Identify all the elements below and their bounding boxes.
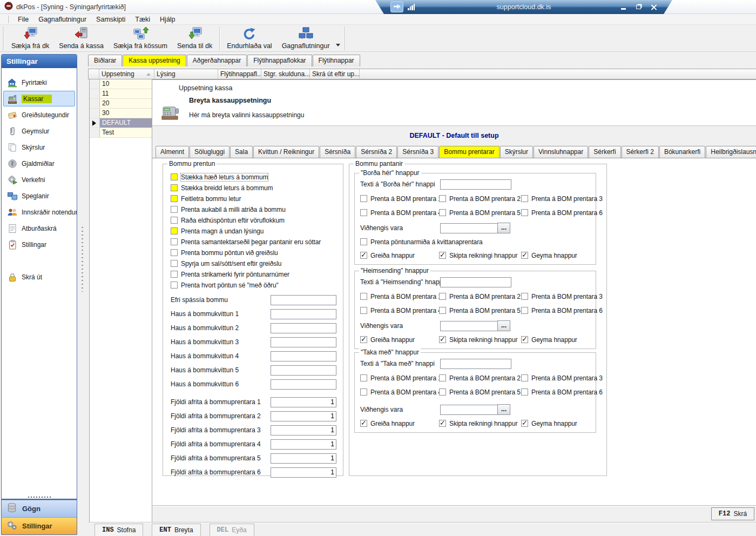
haus-5-input[interactable]: [271, 365, 336, 376]
fetch-from-dk-button[interactable]: Sækja frá dk: [6, 26, 54, 51]
checkbox-prenta-bommu-pontun[interactable]: Prenta bommu pöntun við greiðslu: [171, 247, 336, 258]
fjoldi-4-input[interactable]: [271, 439, 336, 450]
haus-6-input[interactable]: [271, 379, 336, 390]
tab-flytihnappaflokkar[interactable]: Flýtihnappaflokkar: [247, 55, 312, 66]
tab-skyrslur[interactable]: Skýrslur: [500, 146, 533, 158]
close-button[interactable]: [650, 3, 657, 11]
checkbox-bom-prentari-2[interactable]: Prenta á BOM prentara 2: [439, 373, 521, 383]
menu-hjalp[interactable]: Hjálp: [155, 15, 180, 24]
edit-action-button[interactable]: ENTBreyta: [152, 524, 200, 536]
checkbox-greida-hnappur[interactable]: Greiða hnappur: [360, 250, 439, 260]
grid-header-uppsetning[interactable]: Uppsetning: [99, 69, 154, 79]
grid-header-flytihnappafl[interactable]: Flýtihnappafl...: [218, 69, 261, 79]
grid-row[interactable]: Test: [90, 128, 152, 138]
checkbox-prenta-pontunarmida[interactable]: Prenta pöntunarmiða á kvittanaprentara: [360, 237, 590, 247]
vidhengis-vara-input[interactable]: [440, 405, 498, 415]
checkbox-skipta-reikningi[interactable]: Skipta reikningi hnappur: [439, 418, 521, 428]
fjoldi-6-input[interactable]: [271, 467, 336, 478]
grid-row-selected[interactable]: DEFAULT: [90, 118, 152, 128]
tab-bidlarar[interactable]: Biðlarar: [88, 55, 122, 66]
haus-3-input[interactable]: [271, 337, 336, 347]
tab-almennt[interactable]: Almennt: [156, 146, 189, 158]
checkbox-bom-prentari-2[interactable]: Prenta á BOM prentara 2: [439, 193, 521, 204]
fjoldi-3-input[interactable]: [271, 425, 336, 435]
checkbox-bom-prentari-5[interactable]: Prenta á BOM prentara 5: [439, 207, 521, 218]
checkbox-bom-prentari-1[interactable]: Prenta á BOM prentara 1: [360, 373, 439, 383]
browse-button[interactable]: ...: [497, 404, 510, 415]
restore-button[interactable]: [634, 3, 642, 11]
data-transfer-button[interactable]: Gagnaflutningur: [277, 26, 335, 51]
vertical-splitter-handle[interactable]: [82, 227, 83, 292]
grid-header-stgr[interactable]: Stgr. skulduna...: [261, 69, 310, 79]
checkbox-rada-eldhuspontun[interactable]: Raða eldhúspöntun eftir vöruflokkum: [171, 215, 336, 225]
checkbox-geyma-hnappur[interactable]: Geyma hnappur: [521, 250, 590, 260]
sidebar-item-verkefni[interactable]: Verkefni: [3, 172, 75, 187]
sidebar-item-innskradir-notendur[interactable]: Innskráðir notendur: [3, 204, 75, 220]
tab-sala[interactable]: Sala: [230, 146, 253, 158]
checkbox-bom-prentari-2[interactable]: Prenta á BOM prentara 2: [439, 291, 521, 302]
fjoldi-2-input[interactable]: [271, 411, 336, 421]
checkbox-greida-hnappur[interactable]: Greiða hnappur: [360, 334, 439, 345]
tab-kvittun-reikningur[interactable]: Kvittun / Reikningur: [253, 146, 319, 158]
create-action-button[interactable]: INSStofna: [94, 524, 143, 536]
grid-row[interactable]: 30: [90, 109, 152, 118]
checkbox-bom-prentari-3[interactable]: Prenta á BOM prentara 3: [521, 373, 603, 383]
checkbox-bom-prentari-6[interactable]: Prenta á BOM prentara 6: [521, 387, 603, 397]
checkbox-bom-prentari-5[interactable]: Prenta á BOM prentara 5: [439, 387, 521, 397]
sidebar-item-geymslur[interactable]: Geymslur: [3, 123, 75, 139]
checkbox-bom-prentari-6[interactable]: Prenta á BOM prentara 6: [521, 305, 603, 316]
panel-button-gogn[interactable]: Gögn: [2, 500, 77, 517]
grid-row[interactable]: 11: [90, 89, 152, 99]
tab-serkerfi[interactable]: Sérkerfi: [589, 146, 620, 158]
fjoldi-5-input[interactable]: [271, 453, 336, 464]
checkbox-prenta-strikamerki[interactable]: Prenta strikamerki fyrir pöntunarnúmer: [171, 269, 336, 279]
heimsending-text-input[interactable]: [440, 277, 511, 287]
checkbox-bom-prentari-4[interactable]: Prenta á BOM prentara 4: [360, 207, 439, 218]
sidebar-item-skra-ut[interactable]: Skrá út: [3, 269, 75, 285]
minimize-button[interactable]: [619, 3, 627, 11]
tab-adgerdahnappar[interactable]: Aðgerðahnappar: [187, 55, 247, 66]
reload-selection-button[interactable]: Endurhlaða val: [222, 26, 276, 51]
grid-header-skra-ut[interactable]: Skrá út eftir up...: [310, 69, 360, 79]
vidhengis-vara-input[interactable]: [440, 321, 498, 331]
sidebar-item-kassar[interactable]: Kassar: [3, 91, 75, 106]
grid-row[interactable]: 10: [90, 79, 152, 89]
checkbox-spyrja-um-sal[interactable]: Spyrja um sal/sótt/sent eftir greiðslu: [171, 258, 336, 269]
sidebar-item-skyrslur[interactable]: Skýrslur: [3, 139, 75, 155]
checkbox-geyma-hnappur[interactable]: Geyma hnappur: [521, 418, 590, 428]
checkbox-bom-prentari-1[interactable]: Prenta á BOM prentara 1: [360, 193, 439, 204]
checkbox-bom-prentari-6[interactable]: Prenta á BOM prentara 6: [521, 207, 603, 218]
pin-button[interactable]: [390, 2, 403, 12]
sidebar-splitter-handle[interactable]: [2, 495, 77, 500]
sidebar-item-speglanir[interactable]: Speglanir: [3, 188, 75, 204]
sidebar-item-fyrirtaeki[interactable]: Fyrirtæki: [3, 75, 75, 90]
menu-gagnaflutningur[interactable]: Gagnaflutningur: [33, 15, 91, 24]
send-to-dk-button[interactable]: Senda til dk: [172, 26, 217, 51]
tab-sersnida-2[interactable]: Sérsníða 2: [356, 146, 397, 158]
haus-4-input[interactable]: [271, 351, 336, 361]
checkbox-bom-prentari-3[interactable]: Prenta á BOM prentara 3: [521, 291, 603, 302]
panel-button-stillingar[interactable]: Stillingar: [2, 517, 77, 534]
tab-flytihnappar[interactable]: Flýtihnappar: [313, 55, 360, 66]
fetch-from-registers-button[interactable]: Sækja frá kössum: [109, 26, 172, 51]
vidhengis-vara-input[interactable]: [440, 223, 498, 233]
tab-solugluggi[interactable]: Sölugluggi: [190, 146, 230, 158]
checkbox-bom-prentari-3[interactable]: Prenta á BOM prentara 3: [521, 193, 603, 204]
checkbox-bom-prentari-1[interactable]: Prenta á BOM prentara 1: [360, 291, 439, 302]
tab-kassa-uppsetning[interactable]: Kassa uppsetning: [123, 55, 186, 66]
checkbox-staekka-breidd-leturs[interactable]: Stækka breidd leturs á bommum: [171, 183, 336, 193]
tab-sersnida-3[interactable]: Sérsníða 3: [397, 146, 438, 158]
sidebar-item-gjaldmidlar[interactable]: Gjaldmiðlar: [3, 156, 75, 171]
checkbox-bom-prentari-5[interactable]: Prenta á BOM prentara 5: [439, 305, 521, 316]
checkbox-skipta-reikningi[interactable]: Skipta reikningi hnappur: [439, 334, 521, 345]
tab-heilbrigdislausnir[interactable]: Heilbrigðislausnir: [706, 146, 756, 158]
checkbox-prenta-magn[interactable]: Prenta magn á undan lýsingu: [171, 226, 336, 236]
checkbox-skipta-reikningi[interactable]: Skipta reikningi hnappur: [439, 250, 521, 260]
haus-1-input[interactable]: [271, 309, 336, 319]
checkbox-feitletra[interactable]: Feitletra bommu letur: [171, 193, 336, 204]
tab-bommu-prentarar[interactable]: Bommu prentarar: [439, 146, 499, 158]
tab-bokunarkerfi[interactable]: Bókunarkerfi: [659, 146, 705, 158]
save-button[interactable]: F12 Skrá: [711, 507, 754, 520]
grid-header-lysing[interactable]: Lýsing: [154, 69, 218, 79]
sidebar-item-greidslutegundir[interactable]: Greiðslutegundir: [3, 107, 75, 123]
